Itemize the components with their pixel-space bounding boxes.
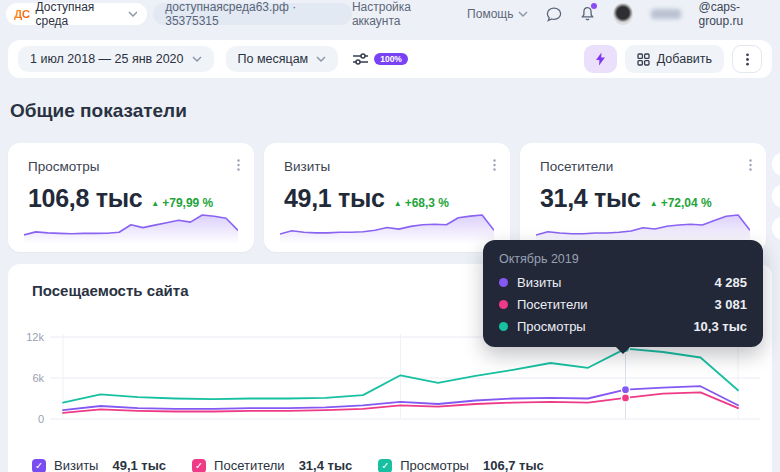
chart-legend: Визиты 49,1 тыс Посетители 31,4 тыс Прос… [32,458,544,472]
card-views: Просмотры 106,8 тыс+79,99 % [8,143,254,252]
lightning-icon [595,52,606,66]
kebab-icon [749,159,752,171]
sparkline [24,210,238,244]
next-card-peek[interactable] [772,152,780,176]
sparkline [536,210,750,244]
quick-actions-button[interactable] [584,45,617,73]
kebab-icon [493,159,496,171]
legend-item-views[interactable]: Просмотры 106,7 тыс [378,458,544,472]
tooltip-row: Визиты 4 285 [499,275,747,290]
y-tick: 6k [8,372,44,384]
checkbox-checked-icon[interactable] [32,459,46,472]
card-value: 49,1 тыс [284,184,385,213]
y-tick: 12k [8,331,44,343]
card-menu-button[interactable] [749,157,752,175]
tooltip-title: Октябрь 2019 [499,252,747,266]
chat-bubble-icon [546,7,562,22]
grouping-select[interactable]: По месяцам [226,46,339,72]
tooltip-row: Посетители 3 081 [499,297,747,312]
metrica-dashboard: ДС Доступная среда доступнаясреда63.рф ·… [0,0,780,472]
date-range-picker[interactable]: 1 июл 2018 — 25 янв 2020 [18,46,214,72]
series-dot-icon [499,322,508,331]
card-delta: +72,04 % [650,196,712,210]
toolbar: 1 июл 2018 — 25 янв 2020 По месяцам 100%… [8,40,772,78]
section-title: Общие показатели [10,100,187,122]
avatar[interactable] [613,3,632,25]
counter-logo-icon: ДС [14,8,30,20]
chevron-down-icon [316,56,326,62]
counter-name: Доступная среда [36,0,123,28]
user-domain: @caps-group.ru [699,0,775,28]
sparkline [280,210,494,244]
nav-account-settings[interactable]: Настройка аккаунта [352,0,449,28]
card-title: Посетители [540,159,750,174]
sampling-control[interactable]: 100% [352,52,408,66]
series-dot-icon [499,278,508,287]
sliders-icon [352,52,369,66]
checkbox-checked-icon[interactable] [192,459,206,472]
card-value: 31,4 тыс [540,184,641,213]
notifications-button[interactable] [580,6,595,22]
counter-meta: доступнаясреда63.рф · 35375315 [153,3,352,25]
widgets-grid-icon [637,53,650,66]
topnav: Настройка аккаунта Помощь @caps-group.ru [352,0,774,28]
card-menu-button[interactable] [493,157,496,175]
card-visits: Визиты 49,1 тыс+68,3 % [264,143,510,252]
checkbox-checked-icon[interactable] [378,459,392,472]
topbar: ДС Доступная среда доступнаясреда63.рф ·… [0,0,780,28]
card-title: Просмотры [28,159,238,174]
metric-cards: Просмотры 106,8 тыс+79,99 % Визиты 49,1 … [8,143,766,252]
username-redacted [651,9,681,19]
chart-tooltip: Октябрь 2019 Визиты 4 285 Посетители 3 0… [483,240,763,347]
series-dot-icon [499,300,508,309]
add-widget-button[interactable]: Добавить [625,45,724,73]
legend-item-visitors[interactable]: Посетители 31,4 тыс [192,458,352,472]
next-card-peek [772,184,780,208]
card-visitors: Посетители 31,4 тыс+72,04 % [520,143,766,252]
card-value: 106,8 тыс [28,184,142,213]
chart-title: Посещаемость сайта [32,282,188,299]
card-delta: +79,99 % [151,196,213,210]
sampling-badge: 100% [374,53,408,66]
counter-switcher[interactable]: ДС Доступная среда [6,3,147,25]
chevron-down-icon [192,56,202,62]
card-menu-button[interactable] [237,157,240,175]
card-delta: +68,3 % [394,196,449,210]
card-title: Визиты [284,159,494,174]
toolbar-menu-button[interactable] [732,45,762,73]
notification-dot [591,3,597,9]
y-tick: 0 [8,413,44,425]
chevron-down-icon [518,11,528,17]
tooltip-row: Просмотры 10,3 тыс [499,319,747,334]
legend-item-visits[interactable]: Визиты 49,1 тыс [32,458,166,472]
feedback-chat-button[interactable] [546,7,562,22]
next-card-peek [772,216,780,240]
kebab-icon [237,159,240,171]
chevron-down-icon [128,11,137,17]
kebab-icon [746,53,749,66]
nav-help[interactable]: Помощь [467,7,528,21]
